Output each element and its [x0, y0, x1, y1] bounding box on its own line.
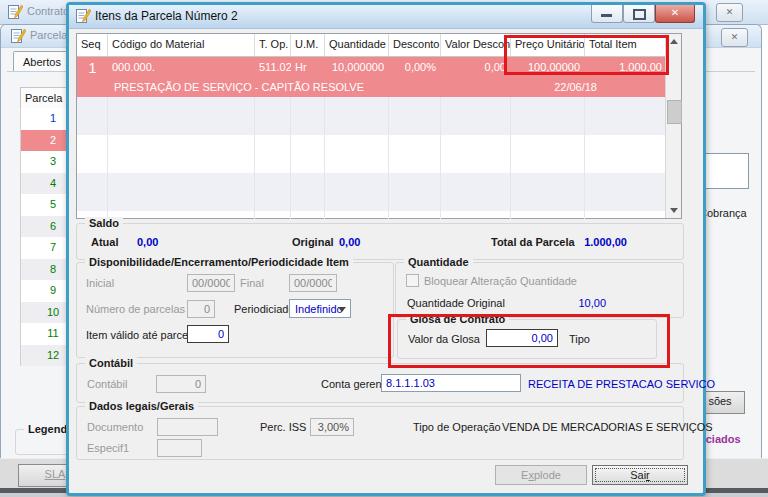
close-icon: ✕ [726, 7, 734, 17]
contabil-input[interactable] [156, 375, 206, 393]
cell-seq: 1 [77, 57, 108, 77]
screen: Contratos ✕ Parcelas do ✕ Abertos Parcel… [0, 0, 768, 497]
minimize-icon [601, 14, 612, 17]
arrow-up-icon [670, 39, 678, 44]
item-description-row[interactable]: PRESTAÇÃO DE SERVIÇO - CAPITÃO RESOLVE 2… [77, 77, 681, 97]
conta-gerencial-input[interactable] [381, 374, 521, 392]
original-value: 0,00 [339, 236, 360, 248]
quantidade-original-label: Quantidade Original [407, 297, 505, 309]
tipo-operacao-label: Tipo de Operação [413, 421, 501, 433]
cell-desconto: 0,00% [389, 57, 441, 77]
cell-um: Hr [291, 57, 325, 77]
grid-empty-row [77, 135, 681, 173]
cell-descricao: PRESTAÇÃO DE SERVIÇO - CAPITÃO RESOLVE [114, 81, 364, 93]
documento-input[interactable] [157, 418, 218, 436]
explode-button[interactable]: Explode [495, 465, 587, 485]
cell-top: 511.02 [255, 57, 291, 77]
grid-empty-row [77, 211, 681, 219]
column-header-valor-desconto[interactable]: Valor Desconto [441, 34, 511, 56]
especif1-label: Especif1 [87, 442, 129, 454]
arrow-down-icon [670, 208, 678, 213]
inicial-label: Inicial [86, 277, 114, 289]
perc-iss-label: Perc. ISS [260, 421, 306, 433]
cobranca-button[interactable]: Cobrança [699, 207, 747, 219]
perc-iss-input[interactable] [310, 418, 354, 436]
dialog-title: Itens da Parcela Número 2 [95, 9, 238, 23]
atual-label: Atual [91, 236, 119, 248]
periodicidade-value: Indefinido [295, 303, 343, 315]
notepad-pencil-icon [7, 4, 23, 22]
periodicidade-select[interactable]: Indefinido [289, 299, 351, 318]
column-header-seq[interactable]: Seq [77, 34, 108, 56]
column-header-top[interactable]: T. Op. [255, 34, 291, 56]
saldo-legend: Saldo [85, 217, 123, 229]
inicial-input[interactable] [187, 274, 235, 292]
especif1-input[interactable] [157, 439, 202, 457]
final-input[interactable] [289, 274, 337, 292]
disponibilidade-group: Disponibilidade/Encerramento/Periodicida… [76, 262, 394, 358]
tipo-operacao-value: VENDA DE MERCADORIAS E SERVIÇOS [502, 421, 713, 433]
chevron-down-icon [338, 307, 346, 312]
dialog-titlebar[interactable]: Itens da Parcela Número 2 ✕ [69, 5, 703, 29]
cell-codigo: 000.000. [108, 57, 255, 77]
disponibilidade-legend: Disponibilidade/Encerramento/Periodicida… [85, 256, 353, 268]
atual-value: 0,00 [137, 236, 158, 248]
bloquear-checkbox[interactable] [406, 274, 419, 287]
maximize-icon [633, 9, 646, 20]
annotation-red-box-glosa [388, 314, 670, 368]
scroll-down-button[interactable] [666, 202, 681, 218]
saldo-group: Saldo Atual 0,00 Original 0,00 Total da … [76, 223, 684, 260]
quantidade-legend: Quantidade [404, 256, 473, 268]
dialog-client-area: Seq Código do Material T. Op. U.M. Quant… [69, 28, 697, 487]
bloquear-label: Bloquear Alteração Quantidade [424, 275, 577, 287]
tab-abertos-label: Abertos [23, 56, 61, 68]
right-panel-field[interactable] [699, 153, 749, 189]
contabil-legend: Contábil [85, 357, 137, 369]
scroll-thumb[interactable] [667, 100, 682, 124]
previsoes-label: sões [708, 395, 731, 407]
close-icon: ✕ [731, 32, 739, 42]
close-button[interactable]: ✕ [655, 5, 695, 23]
parcela-header-label: Parcela [25, 92, 62, 104]
sla-label: SLA [45, 468, 66, 480]
periodicidade-label: Periodiciade [234, 303, 295, 315]
tab-abertos[interactable]: Abertos [13, 51, 71, 72]
item-valido-input[interactable] [187, 325, 229, 343]
contabil-label: Contábil [87, 378, 127, 390]
minimize-button[interactable] [591, 5, 623, 23]
cell-quantidade: 10,000000 [325, 57, 389, 77]
cell-valor-desconto: 0,00 [441, 57, 511, 77]
close-icon: ✕ [656, 5, 694, 21]
contratos-close-button[interactable]: ✕ [716, 3, 743, 22]
grid-empty-row [77, 173, 681, 211]
documento-label: Documento [87, 421, 143, 433]
itens-parcela-dialog: Itens da Parcela Número 2 ✕ Seq Código d… [66, 2, 706, 496]
annotation-red-box-prices [504, 35, 669, 75]
contabil-group: Contábil Contábil Conta gerencial RECEIT… [76, 363, 684, 403]
conta-gerencial-descricao: RECEITA DE PRESTACAO SERVICO [528, 378, 715, 390]
grid-empty-row [77, 97, 681, 135]
dados-legais-legend: Dados legais/Gerais [85, 400, 198, 412]
column-header-quantidade[interactable]: Quantidade [325, 34, 389, 56]
column-header-um[interactable]: U.M. [291, 34, 325, 56]
column-header-desconto[interactable]: Desconto [389, 34, 441, 56]
sair-button[interactable]: Sair [592, 465, 688, 485]
maximize-button[interactable] [623, 5, 655, 23]
notepad-pencil-icon [10, 28, 26, 46]
num-parcelas-input[interactable] [187, 300, 215, 318]
parcelas-close-button[interactable]: ✕ [721, 28, 748, 47]
cell-data: 22/06/18 [517, 81, 597, 93]
quantidade-group: Quantidade Bloquear Alteração Quantidade… [395, 262, 684, 318]
num-parcelas-label: Número de parcelas [86, 303, 185, 315]
final-label: Final [240, 277, 264, 289]
dados-legais-group: Dados legais/Gerais Documento Perc. ISS … [76, 406, 684, 460]
notepad-pencil-icon [75, 8, 91, 26]
item-valido-label: Item válido até parcela [86, 329, 197, 341]
original-label: Original [292, 236, 334, 248]
quantidade-original-value: 10,00 [546, 297, 606, 309]
total-parcela-value: 1.000,00 [557, 236, 627, 248]
column-header-codigo[interactable]: Código do Material [108, 34, 255, 56]
